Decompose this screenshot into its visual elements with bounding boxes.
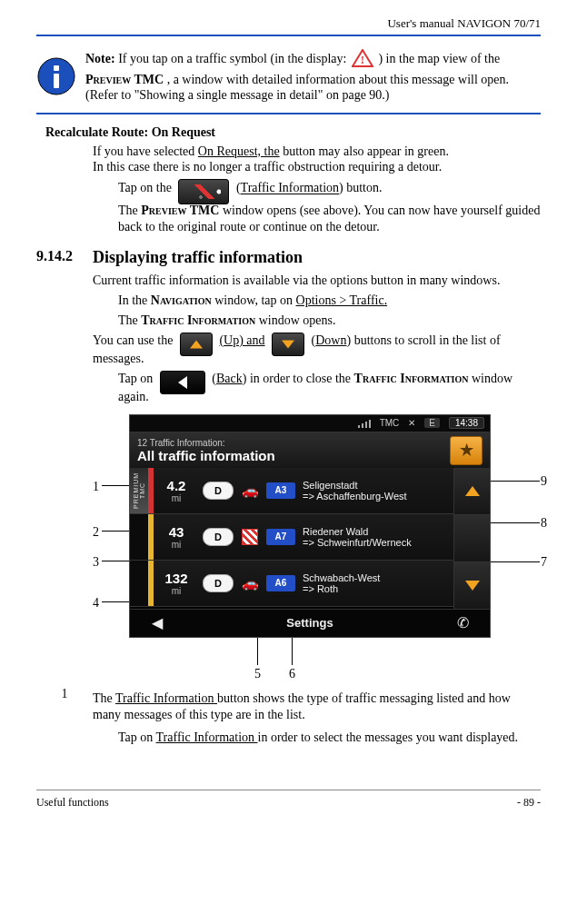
row-to: => Roth xyxy=(303,583,453,594)
premium-tmc-badge: PREMIUM TMC xyxy=(130,468,148,513)
favorite-button[interactable]: ★ xyxy=(450,436,482,465)
title-count: 12 Traffic Information: xyxy=(137,438,275,448)
title-bar[interactable]: 12 Traffic Information: All traffic info… xyxy=(130,432,490,470)
row-to: => Schweinfurt/Werneck xyxy=(303,537,453,548)
note-box: Note: If you tap on a traffic symbol (in… xyxy=(36,44,541,109)
bottom-bar: ◀ Settings ✆ xyxy=(130,609,490,637)
svg-rect-3 xyxy=(54,74,59,88)
recalc-p3: The Preview TMC window opens (see above)… xyxy=(118,203,541,235)
note-preview-tmc: Preview TMC xyxy=(85,73,164,86)
callout-4: 4 xyxy=(93,596,99,611)
country-badge: D xyxy=(203,574,234,592)
note-text-b: ) in the map view of the xyxy=(378,52,500,65)
legend-item-1: 1 The Traffic Information button shows t… xyxy=(36,687,541,727)
status-bar: TMC ✕ E 14:38 xyxy=(130,415,490,432)
row-unit: mi xyxy=(172,493,182,503)
back-button[interactable]: ◀ xyxy=(130,610,184,637)
traffic-jam-icon: 🚗 xyxy=(237,468,263,513)
callout-5: 5 xyxy=(254,667,261,681)
row-unit: mi xyxy=(172,586,182,596)
legend-1-tap: Tap on Traffic Information in order to s… xyxy=(118,730,541,746)
recalc-p3-sc: Preview TMC xyxy=(141,204,219,217)
scroll-up-button[interactable] xyxy=(453,468,490,515)
header-manual-title: User's manual NAVIGON 70/71 xyxy=(36,16,541,31)
recalc-tap: Tap on the (Traffic Information) button. xyxy=(118,179,541,199)
scroll-column xyxy=(453,468,490,610)
section-number: 9.14.2 xyxy=(36,248,93,267)
open-sc: Traffic Information xyxy=(141,313,255,327)
row-from: Schwabach-West xyxy=(303,572,453,583)
row-to: => Aschaffenburg-West xyxy=(303,491,453,502)
nav-link: Options > Traffic. xyxy=(296,293,388,307)
heading-recalculate: Recalculate Route: On Request xyxy=(45,125,541,140)
svg-text:!: ! xyxy=(361,54,364,66)
list-item[interactable]: 132mi D 🚗 A6 Schwabach-West=> Roth xyxy=(130,561,453,607)
road-badge: A7 xyxy=(266,529,295,545)
back-link: Back xyxy=(216,372,243,385)
status-tmc: TMC xyxy=(380,418,400,428)
scroll-down-button[interactable] xyxy=(453,562,490,610)
road-badge: A3 xyxy=(266,482,295,499)
legend-1-link: Traffic Information xyxy=(115,691,217,705)
recalc-p1b: button may also appear in green. xyxy=(280,144,449,158)
note-text-a: If you tap on a traffic symbol (in the d… xyxy=(118,52,350,65)
back-button-graphic xyxy=(160,371,205,394)
row-distance: 43 xyxy=(169,524,184,540)
note-label: Note: xyxy=(85,52,115,65)
status-compass: E xyxy=(424,418,440,428)
row-from: Riedener Wald xyxy=(303,526,453,537)
section-back: Tap on (Back) in order to close the Traf… xyxy=(118,371,541,405)
up-button-graphic xyxy=(180,333,213,356)
call-button[interactable]: ✆ xyxy=(435,610,490,637)
callout-7: 7 xyxy=(541,555,547,570)
scroll-spacer xyxy=(453,515,490,562)
back-sc: Traffic Information xyxy=(354,372,469,385)
legend-1-tap-a: Tap on xyxy=(118,730,156,744)
traffic-info-screenshot: 1 2 3 4 5 6 9 8 7 TMC ✕ E 14:38 xyxy=(93,414,547,680)
list-item[interactable]: PREMIUM TMC 4.2mi D 🚗 A3 Seligenstadt=> … xyxy=(130,468,453,514)
spacer xyxy=(130,561,148,606)
open-a: The xyxy=(118,313,141,327)
recalc-traffic-link: Traffic Information xyxy=(241,182,339,195)
footer-left: Useful functions xyxy=(36,796,109,810)
gps-icon: ✕ xyxy=(408,418,415,428)
scroll-down-label: Down xyxy=(315,333,346,347)
nav-sc: Navigation xyxy=(151,293,212,307)
back-a: Tap on xyxy=(118,372,156,385)
divider-note-end xyxy=(36,113,541,114)
country-badge: D xyxy=(203,482,234,500)
section-scroll: You can use the (Up) and (Down) buttons … xyxy=(93,333,541,367)
footer-page: - 89 - xyxy=(517,796,541,810)
signal-icon xyxy=(358,419,371,428)
list-item[interactable]: 43mi D A7 Riedener Wald=> Schweinfurt/We… xyxy=(130,514,453,561)
legend-1-tap-link: Traffic Information xyxy=(156,730,258,744)
nav-a: In the xyxy=(118,293,151,307)
legend-1-p1: The Traffic Information button shows the… xyxy=(93,691,541,723)
road-badge: A6 xyxy=(266,575,295,591)
back-b: ) in order to close the xyxy=(243,372,354,385)
legend-number: 1 xyxy=(36,687,93,727)
settings-button[interactable]: Settings xyxy=(184,616,435,630)
recalc-p2: In this case there is no longer a traffi… xyxy=(93,160,442,174)
traffic-list: PREMIUM TMC 4.2mi D 🚗 A3 Seligenstadt=> … xyxy=(130,468,453,610)
recalc-p1: If you have selected On Request, the but… xyxy=(93,144,541,176)
callout-9: 9 xyxy=(541,474,547,489)
recalc-onrequest-link: On Request, the xyxy=(198,144,280,158)
section-open: The Traffic Information window opens. xyxy=(118,313,541,329)
section-title: Displaying traffic information xyxy=(93,248,303,267)
nav-b: window, tap on xyxy=(212,293,296,307)
callout-2: 2 xyxy=(93,525,99,540)
section-intro: Current traffic information is available… xyxy=(93,273,541,289)
recalc-p1a: If you have selected xyxy=(93,144,198,158)
recalc-tap-a: Tap on the xyxy=(118,182,174,195)
warning-triangle-icon: ! xyxy=(352,49,373,72)
section-nav: In the Navigation window, tap on Options… xyxy=(118,293,541,309)
recalc-p3a: The xyxy=(118,204,141,217)
row-unit: mi xyxy=(172,540,182,550)
footer-divider xyxy=(36,790,541,790)
row-distance: 132 xyxy=(164,571,187,586)
svg-rect-2 xyxy=(54,65,59,71)
callout-8: 8 xyxy=(541,516,547,531)
scroll-up-label: (Up) and xyxy=(219,333,264,347)
traffic-jam-icon: 🚗 xyxy=(237,561,263,606)
